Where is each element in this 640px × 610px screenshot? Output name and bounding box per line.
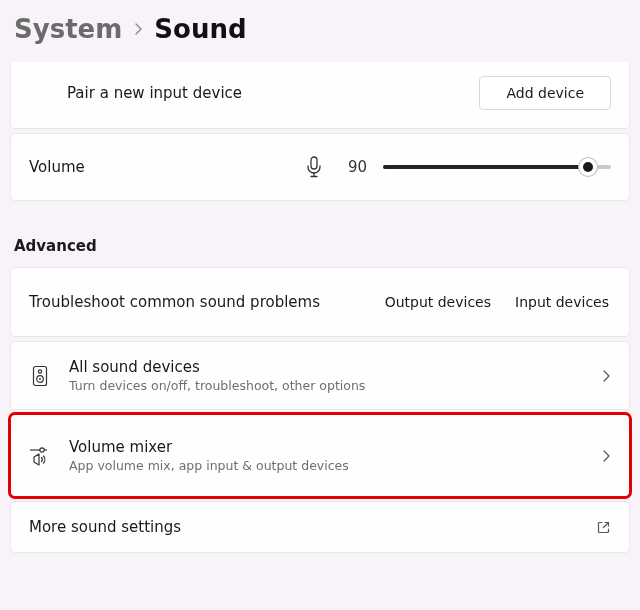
volume-mixer-title: Volume mixer <box>69 438 583 456</box>
breadcrumb-current: Sound <box>154 14 246 44</box>
troubleshoot-title: Troubleshoot common sound problems <box>29 293 363 311</box>
more-sound-settings-row[interactable]: More sound settings <box>10 501 630 553</box>
microphone-icon[interactable] <box>305 156 323 178</box>
volume-label: Volume <box>29 158 85 176</box>
troubleshoot-input-button[interactable]: Input devices <box>513 290 611 314</box>
svg-point-4 <box>39 378 41 380</box>
volume-slider[interactable] <box>383 157 611 177</box>
breadcrumb-parent[interactable]: System <box>14 14 122 44</box>
all-sound-devices-title: All sound devices <box>69 358 583 376</box>
svg-rect-0 <box>311 157 317 169</box>
svg-point-2 <box>38 369 41 372</box>
open-external-icon <box>596 520 611 535</box>
more-sound-settings-title: More sound settings <box>29 518 578 536</box>
volume-value: 90 <box>339 158 367 176</box>
breadcrumb: System Sound <box>10 0 630 62</box>
pair-device-label: Pair a new input device <box>67 84 242 102</box>
add-device-button[interactable]: Add device <box>479 76 611 110</box>
speaker-device-icon <box>29 365 51 387</box>
svg-point-6 <box>40 447 44 451</box>
pair-input-device-row: Pair a new input device Add device <box>10 62 630 129</box>
chevron-right-icon <box>601 449 611 463</box>
troubleshoot-row: Troubleshoot common sound problems Outpu… <box>10 267 630 337</box>
volume-mixer-subtitle: App volume mix, app input & output devic… <box>69 458 583 473</box>
advanced-section-heading: Advanced <box>10 205 630 267</box>
chevron-right-icon <box>132 23 144 35</box>
chevron-right-icon <box>601 369 611 383</box>
mixer-icon <box>29 446 51 466</box>
volume-mixer-row[interactable]: Volume mixer App volume mix, app input &… <box>10 414 630 497</box>
all-sound-devices-subtitle: Turn devices on/off, troubleshoot, other… <box>69 378 583 393</box>
input-volume-row: Volume 90 <box>10 133 630 201</box>
all-sound-devices-row[interactable]: All sound devices Turn devices on/off, t… <box>10 341 630 410</box>
troubleshoot-output-button[interactable]: Output devices <box>383 290 493 314</box>
